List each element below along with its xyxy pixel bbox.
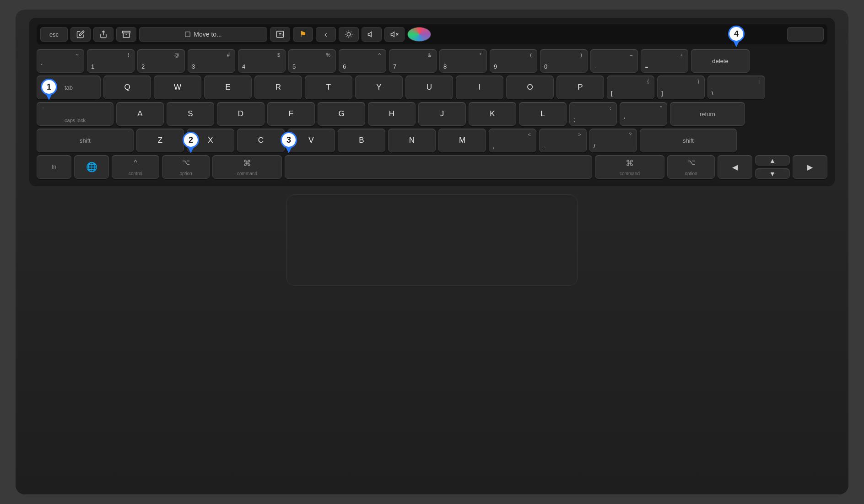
key-y[interactable]: Y xyxy=(355,75,403,99)
key-p[interactable]: P xyxy=(556,75,604,99)
key-arrow-left[interactable]: ◀ xyxy=(718,155,752,179)
tb-compose-key[interactable] xyxy=(70,27,91,42)
svg-marker-16 xyxy=(391,32,394,37)
touch-bar: esc Move to... ⚑ ‹ xyxy=(37,24,827,44)
svg-marker-15 xyxy=(368,32,372,37)
key-t[interactable]: T xyxy=(305,75,352,99)
badge-1: 1 xyxy=(41,79,57,95)
key-quote[interactable]: "' xyxy=(620,102,667,126)
key-i[interactable]: I xyxy=(456,75,503,99)
svg-line-10 xyxy=(351,37,351,37)
key-arrow-up[interactable]: ▲ xyxy=(755,155,790,166)
svg-rect-1 xyxy=(123,31,130,33)
trackpad[interactable] xyxy=(286,194,578,286)
key-option-right[interactable]: ⌥ option xyxy=(667,155,715,179)
svg-rect-4 xyxy=(277,31,284,38)
key-d[interactable]: D xyxy=(217,102,265,126)
key-4[interactable]: $4 xyxy=(238,49,286,73)
modifier-row: fn 🌐 2 ^ control 3 ⌥ option ⌘ command xyxy=(37,155,827,179)
key-minus[interactable]: –- xyxy=(590,49,638,73)
key-semicolon[interactable]: :; xyxy=(569,102,617,126)
key-6[interactable]: ^6 xyxy=(339,49,386,73)
key-q[interactable]: Q xyxy=(103,75,151,99)
tb-flag-key[interactable]: ⚑ xyxy=(293,27,313,42)
key-bracket-open[interactable]: {[ xyxy=(607,75,654,99)
key-o[interactable]: O xyxy=(506,75,554,99)
key-caps-lock[interactable]: 1 caps lock • xyxy=(37,102,113,126)
tb-share-key[interactable] xyxy=(93,27,113,42)
svg-rect-3 xyxy=(185,32,190,37)
asdf-row: 1 caps lock • A S D F G H J K L :; "' xyxy=(37,102,827,126)
tb-extra-key[interactable] xyxy=(787,27,824,42)
key-arrow-down[interactable]: ▼ xyxy=(755,168,790,179)
key-m[interactable]: M xyxy=(438,129,486,152)
key-j[interactable]: J xyxy=(418,102,466,126)
key-n[interactable]: N xyxy=(388,129,436,152)
key-7[interactable]: &7 xyxy=(389,49,437,73)
key-equal[interactable]: += xyxy=(641,49,688,73)
key-option-left[interactable]: 3 ⌥ option xyxy=(162,155,210,179)
key-8[interactable]: *8 xyxy=(439,49,487,73)
key-shift-right[interactable]: shift xyxy=(640,129,737,152)
key-globe[interactable]: 🌐 xyxy=(74,155,109,179)
tb-volume-key[interactable] xyxy=(362,27,382,42)
tb-brightness-key[interactable] xyxy=(339,27,359,42)
key-rows: ~` !1 @2 #3 $4 %5 ^6 xyxy=(37,49,827,179)
badge-4: 4 xyxy=(728,26,745,42)
keyboard-area: esc Move to... ⚑ ‹ xyxy=(29,18,835,186)
key-9[interactable]: (9 xyxy=(490,49,537,73)
key-k[interactable]: K xyxy=(469,102,516,126)
key-period[interactable]: >. xyxy=(539,129,587,152)
key-command-left[interactable]: ⌘ command xyxy=(212,155,282,179)
svg-line-9 xyxy=(346,32,346,32)
tb-delete-msg-key[interactable] xyxy=(270,27,290,42)
key-1[interactable]: !1 xyxy=(87,49,135,73)
key-u[interactable]: U xyxy=(405,75,453,99)
tb-archive-key[interactable] xyxy=(116,27,136,42)
tb-move-to-key[interactable]: Move to... xyxy=(139,27,267,42)
trackpad-area xyxy=(29,194,835,295)
key-z[interactable]: Z xyxy=(136,129,184,152)
key-r[interactable]: R xyxy=(254,75,302,99)
key-s[interactable]: S xyxy=(167,102,214,126)
key-arrow-right[interactable]: ▶ xyxy=(793,155,827,179)
laptop-body: esc Move to... ⚑ ‹ xyxy=(16,10,848,494)
key-space[interactable] xyxy=(285,155,592,179)
svg-line-14 xyxy=(351,32,351,32)
key-3[interactable]: #3 xyxy=(188,49,235,73)
key-b[interactable]: B xyxy=(338,129,385,152)
tb-back-key[interactable]: ‹ xyxy=(316,27,336,42)
key-c[interactable]: C xyxy=(237,129,285,152)
svg-line-13 xyxy=(346,37,346,37)
key-h[interactable]: H xyxy=(368,102,416,126)
number-row: ~` !1 @2 #3 $4 %5 ^6 xyxy=(37,49,827,73)
key-fn[interactable]: fn xyxy=(37,155,71,179)
key-backtick[interactable]: ~` xyxy=(37,49,84,73)
tb-mute-key[interactable] xyxy=(384,27,405,42)
key-g[interactable]: G xyxy=(318,102,365,126)
key-w[interactable]: W xyxy=(154,75,201,99)
zxcv-row: shift Z X C V B N M <, >. ?/ shi xyxy=(37,129,827,152)
key-l[interactable]: L xyxy=(519,102,567,126)
key-bracket-close[interactable]: }] xyxy=(657,75,705,99)
key-0[interactable]: )0 xyxy=(540,49,588,73)
key-e[interactable]: E xyxy=(204,75,252,99)
tb-siri-key[interactable] xyxy=(407,27,431,42)
key-backslash[interactable]: |\ xyxy=(707,75,765,99)
key-5[interactable]: %5 xyxy=(288,49,336,73)
qwerty-row: tab Q W E R T Y U I O P {[ }] |\ xyxy=(37,75,827,99)
key-2[interactable]: @2 xyxy=(137,49,185,73)
key-delete[interactable]: 4 delete xyxy=(691,49,750,73)
key-comma[interactable]: <, xyxy=(489,129,536,152)
key-a[interactable]: A xyxy=(116,102,164,126)
badge-3: 3 xyxy=(281,132,297,148)
key-return[interactable]: return xyxy=(670,102,745,126)
badge-2: 2 xyxy=(183,132,199,148)
key-control[interactable]: 2 ^ control xyxy=(112,155,159,179)
key-f[interactable]: F xyxy=(267,102,315,126)
key-shift-left[interactable]: shift xyxy=(37,129,134,152)
tb-esc-key[interactable]: esc xyxy=(40,27,68,42)
key-slash[interactable]: ?/ xyxy=(589,129,637,152)
svg-point-6 xyxy=(347,32,351,36)
key-command-right[interactable]: ⌘ command xyxy=(595,155,664,179)
